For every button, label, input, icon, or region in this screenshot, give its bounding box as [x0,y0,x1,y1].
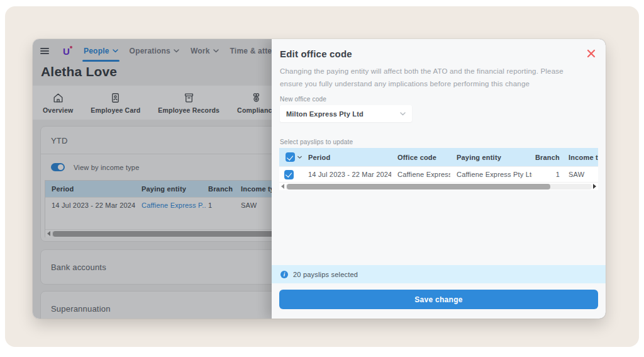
chevron-down-icon [400,112,406,116]
payslips-table-scrollbar[interactable] [279,182,598,190]
payslips-table: Period Office code Paying entity Branch … [279,148,598,182]
chevron-down-icon[interactable] [297,156,302,159]
office-code-select[interactable]: Milton Express Pty Ltd [280,105,412,122]
modal-description: Changing the paying entity will affect b… [272,59,596,90]
cell-period: 14 Jul 2023 - 22 Mar 2024 [302,167,391,182]
table-row[interactable]: 14 Jul 2023 - 22 Mar 2024 Caffiene Expre… [279,166,598,182]
app-window: U People Operations Work Time & attendan… [33,39,606,319]
scroll-thumb[interactable] [287,184,550,190]
row-checkbox[interactable] [284,170,294,179]
edit-office-code-modal: Edit office code Changing the paying ent… [272,39,606,319]
cell-income-type: SAW [561,167,598,182]
payslips-table-header: Period Office code Paying entity Branch … [279,148,598,166]
column-header-period: Period [302,149,391,166]
cell-paying-entity: Caffiene Express Pty Ltd [450,167,532,182]
column-header-branch: Branch [532,149,561,166]
select-all-checkbox[interactable] [286,152,295,162]
office-code-field-label: New office code [272,90,606,103]
column-header-paying-entity: Paying entity [450,149,532,166]
close-icon[interactable] [587,49,597,59]
column-header-office-code: Office code [391,149,450,166]
modal-header: Edit office code [272,39,606,59]
select-payslips-label: Select payslips to update [272,122,606,145]
column-header-income-type: Income type [561,149,598,166]
cell-office-code: Caffiene Express [391,167,450,182]
scroll-right-icon[interactable] [593,184,596,189]
header-checkbox-cell [279,148,302,166]
scroll-left-icon[interactable] [281,184,284,189]
modal-empty-space [272,190,606,265]
save-change-button[interactable]: Save change [279,290,598,309]
scroll-track[interactable] [286,184,592,190]
modal-title: Edit office code [280,48,352,59]
row-checkbox-cell [279,167,302,182]
office-code-selected-value: Milton Express Pty Ltd [286,110,364,118]
selection-info-text: 20 payslips selected [293,271,358,278]
cell-branch: 1 [532,167,561,182]
info-icon [280,271,288,278]
selection-info-bar: 20 payslips selected [272,265,606,283]
